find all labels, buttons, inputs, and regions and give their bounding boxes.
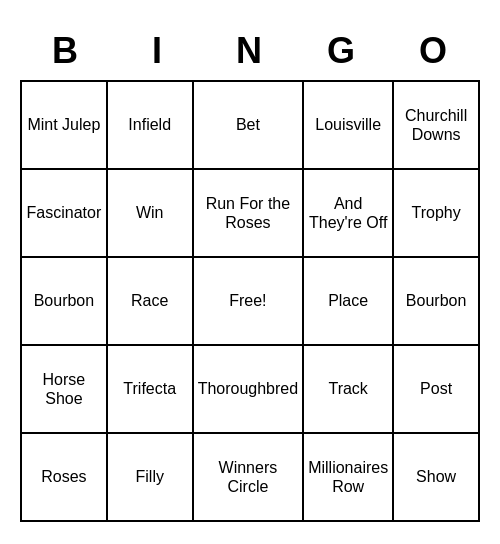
grid-cell: Trifecta — [108, 346, 194, 434]
grid-cell: Bourbon — [22, 258, 108, 346]
bingo-card: BINGO Mint JulepInfieldBetLouisvilleChur… — [10, 12, 490, 532]
grid-cell: Thoroughbred — [194, 346, 305, 434]
cell-text: Track — [328, 379, 367, 398]
header-letter: G — [296, 22, 388, 80]
header-letter: O — [388, 22, 480, 80]
cell-text: Infield — [128, 115, 171, 134]
grid-cell: Horse Shoe — [22, 346, 108, 434]
grid-cell: Roses — [22, 434, 108, 522]
grid-cell: Filly — [108, 434, 194, 522]
cell-text: Horse Shoe — [26, 370, 102, 408]
cell-text: Fascinator — [27, 203, 102, 222]
header-letter: I — [112, 22, 204, 80]
grid-cell: Churchill Downs — [394, 82, 480, 170]
cell-text: Trifecta — [123, 379, 176, 398]
grid-cell: Millionaires Row — [304, 434, 394, 522]
cell-text: Show — [416, 467, 456, 486]
grid-cell: Show — [394, 434, 480, 522]
grid-cell: And They're Off — [304, 170, 394, 258]
cell-text: Churchill Downs — [398, 106, 474, 144]
grid-cell: Free! — [194, 258, 305, 346]
grid-cell: Mint Julep — [22, 82, 108, 170]
grid-cell: Bet — [194, 82, 305, 170]
cell-text: Post — [420, 379, 452, 398]
cell-text: Bet — [236, 115, 260, 134]
cell-text: Thoroughbred — [198, 379, 299, 398]
cell-text: Mint Julep — [27, 115, 100, 134]
grid-cell: Trophy — [394, 170, 480, 258]
cell-text: Louisville — [315, 115, 381, 134]
cell-text: Bourbon — [34, 291, 95, 310]
cell-text: Filly — [136, 467, 164, 486]
cell-text: Millionaires Row — [308, 458, 388, 496]
grid-cell: Winners Circle — [194, 434, 305, 522]
cell-text: Win — [136, 203, 164, 222]
cell-text: Winners Circle — [198, 458, 299, 496]
cell-text: Free! — [229, 291, 266, 310]
cell-text: Bourbon — [406, 291, 467, 310]
cell-text: Trophy — [411, 203, 460, 222]
grid-cell: Infield — [108, 82, 194, 170]
header-letter: B — [20, 22, 112, 80]
header-letter: N — [204, 22, 296, 80]
grid-cell: Bourbon — [394, 258, 480, 346]
cell-text: Roses — [41, 467, 86, 486]
grid-cell: Louisville — [304, 82, 394, 170]
grid-cell: Post — [394, 346, 480, 434]
grid-cell: Race — [108, 258, 194, 346]
cell-text: And They're Off — [308, 194, 388, 232]
grid-cell: Place — [304, 258, 394, 346]
cell-text: Race — [131, 291, 168, 310]
grid-cell: Fascinator — [22, 170, 108, 258]
grid-cell: Track — [304, 346, 394, 434]
grid-cell: Run For the Roses — [194, 170, 305, 258]
bingo-grid: Mint JulepInfieldBetLouisvilleChurchill … — [20, 80, 480, 522]
cell-text: Place — [328, 291, 368, 310]
grid-cell: Win — [108, 170, 194, 258]
bingo-header: BINGO — [20, 22, 480, 80]
cell-text: Run For the Roses — [198, 194, 299, 232]
